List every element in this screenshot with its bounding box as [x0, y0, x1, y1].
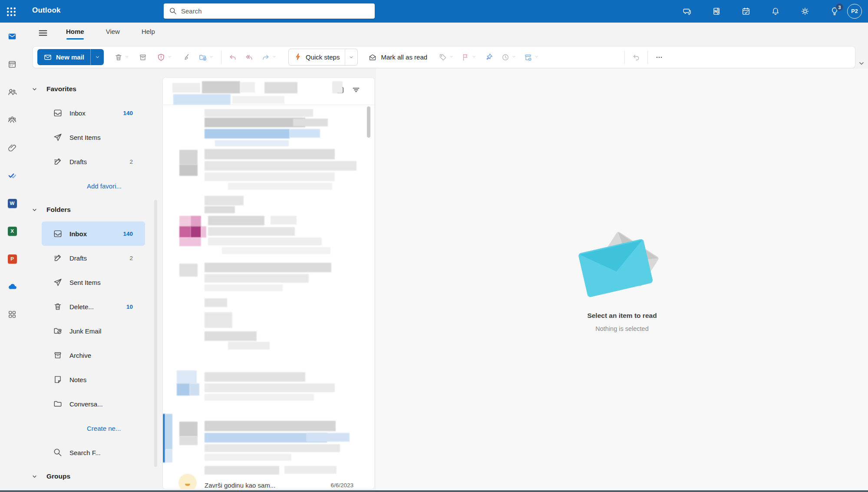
- folders-deleted-items[interactable]: Delete...10: [42, 294, 145, 319]
- rail-files[interactable]: [0, 134, 24, 162]
- undo-button[interactable]: [632, 53, 640, 62]
- rail-groups[interactable]: [0, 106, 24, 134]
- redacted-block: [240, 82, 255, 92]
- favorites-drafts[interactable]: Drafts2: [42, 149, 145, 174]
- sweep-button[interactable]: [182, 53, 191, 62]
- rail-onedrive[interactable]: [0, 273, 24, 300]
- chevron-down-icon: [31, 86, 38, 93]
- snooze-button[interactable]: [501, 53, 517, 62]
- reply-all-button[interactable]: [245, 53, 254, 62]
- add-favorite-link[interactable]: Add favori...: [24, 174, 161, 198]
- teams-chat-icon[interactable]: [682, 7, 692, 16]
- inbox-icon: [53, 108, 63, 118]
- folders-sent-items[interactable]: Sent Items: [42, 270, 145, 294]
- rail-excel[interactable]: X: [0, 217, 24, 245]
- reply-button[interactable]: [228, 53, 237, 62]
- tab-view[interactable]: View: [105, 25, 121, 38]
- redacted-block: [191, 226, 201, 238]
- chevron-down-icon: [124, 53, 130, 61]
- app-launcher-icon[interactable]: [6, 6, 17, 17]
- archive-button[interactable]: [139, 53, 147, 62]
- folders-header[interactable]: Folders: [24, 198, 161, 221]
- todo-icon: [7, 171, 17, 180]
- tab-help[interactable]: Help: [141, 25, 156, 38]
- chevron-down-icon: [208, 53, 214, 61]
- collapse-ribbon-chevron-icon[interactable]: [857, 59, 866, 68]
- tips-icon[interactable]: 3: [830, 7, 839, 16]
- rail-calendar[interactable]: [0, 50, 24, 78]
- email-row[interactable]: Završi godinu kao sam... 6/6/2023: [163, 472, 374, 489]
- redacted-block: [205, 421, 336, 431]
- quick-steps-label: Quick steps: [306, 53, 340, 61]
- folders-conversation-history[interactable]: Conversa...: [42, 392, 145, 416]
- new-mail-button[interactable]: New mail: [37, 49, 104, 65]
- sidebar-scrollbar[interactable]: [154, 200, 157, 467]
- rail-word[interactable]: W: [0, 189, 24, 217]
- rail-todo[interactable]: [0, 162, 24, 189]
- quick-steps-button[interactable]: Quick steps: [288, 49, 358, 66]
- outlook-window: Outlook Search 3 P2 Home View Help New m…: [0, 0, 868, 492]
- report-button[interactable]: [157, 53, 172, 62]
- folder-label: Drafts: [69, 158, 87, 165]
- chevron-down-icon[interactable]: [345, 49, 357, 65]
- onenote-icon[interactable]: [712, 7, 721, 16]
- folders-inbox[interactable]: Inbox140: [42, 221, 145, 246]
- archive-icon: [139, 53, 147, 62]
- ribbon-tabs: Home View Help: [65, 25, 156, 38]
- my-day-icon[interactable]: [741, 7, 751, 16]
- reply-all-icon: [245, 53, 254, 62]
- redacted-block: [179, 264, 198, 277]
- chevron-down-icon: [271, 53, 277, 61]
- favorites-sent-items[interactable]: Sent Items: [42, 125, 145, 149]
- archive-settings-button[interactable]: [524, 53, 539, 62]
- inbox-icon: [53, 229, 63, 238]
- rail-mail[interactable]: [0, 23, 24, 50]
- top-bar: Outlook Search 3 P2: [0, 0, 868, 23]
- search-input[interactable]: Search: [164, 3, 375, 19]
- message-list-scrollbar[interactable]: [367, 106, 370, 138]
- delete-button[interactable]: [114, 53, 130, 62]
- folders-notes[interactable]: Notes: [42, 367, 145, 392]
- settings-icon[interactable]: [800, 7, 810, 16]
- app-title: Outlook: [32, 6, 61, 15]
- mark-all-as-read-button[interactable]: Mark all as read: [368, 53, 427, 62]
- favorites-inbox[interactable]: Inbox140: [42, 101, 145, 125]
- redacted-block: [205, 206, 235, 213]
- categorize-button[interactable]: [439, 53, 454, 62]
- move-to-button[interactable]: [198, 53, 214, 62]
- pin-button[interactable]: [485, 53, 493, 62]
- flag-unflag-button[interactable]: [461, 53, 477, 62]
- rail-more-apps[interactable]: [0, 300, 24, 328]
- paperclip-icon: [7, 143, 17, 152]
- folders-archive[interactable]: Archive: [42, 343, 145, 367]
- notifications-icon[interactable]: [771, 7, 780, 16]
- more-options-button[interactable]: [655, 53, 663, 62]
- redacted-block: [228, 183, 332, 190]
- create-new-folder-link[interactable]: Create ne...: [24, 416, 161, 440]
- rail-powerpoint[interactable]: P: [0, 245, 24, 273]
- folders-junk-email[interactable]: Junk Email: [42, 319, 145, 343]
- calendar-icon: [7, 59, 17, 69]
- new-mail-dropdown[interactable]: [90, 49, 104, 65]
- groups-header[interactable]: Groups: [24, 465, 161, 488]
- tab-home[interactable]: Home: [65, 25, 85, 38]
- unread-count-badge: 10: [126, 304, 133, 310]
- redacted-block: [205, 312, 232, 328]
- window-bottom-edge: [0, 490, 868, 492]
- folder-label: Sent Items: [69, 134, 101, 141]
- toolbar-divider: [221, 51, 221, 64]
- folders-search-folders[interactable]: Search F...: [42, 440, 145, 465]
- redacted-block: [208, 216, 264, 225]
- redacted-email-rows[interactable]: [163, 78, 374, 489]
- message-list[interactable]: Završi godinu kao sam... 6/6/2023: [162, 77, 375, 489]
- account-avatar[interactable]: P2: [847, 4, 862, 19]
- rail-people[interactable]: [0, 78, 24, 106]
- favorites-header[interactable]: Favorites: [24, 77, 161, 101]
- redacted-block: [177, 383, 190, 396]
- hamburger-menu-icon[interactable]: [37, 27, 49, 39]
- forward-button[interactable]: [261, 53, 277, 62]
- folders-drafts[interactable]: Drafts2: [42, 246, 145, 270]
- folder-label: Notes: [69, 376, 86, 383]
- note-icon: [53, 375, 63, 384]
- folder-label: Archive: [69, 352, 91, 359]
